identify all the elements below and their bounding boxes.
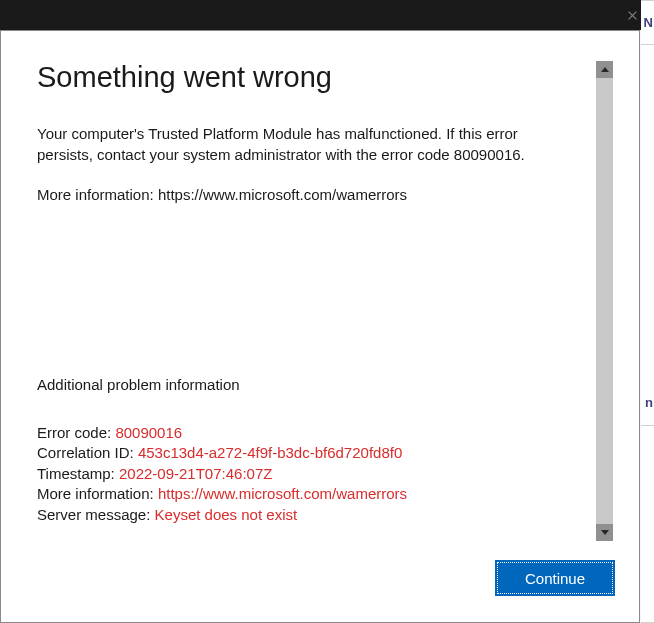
timestamp-label: Timestamp: xyxy=(37,465,119,482)
timestamp-value: 2022-09-21T07:46:07Z xyxy=(119,465,272,482)
scroll-down-button[interactable] xyxy=(596,524,613,541)
bg-divider xyxy=(641,425,654,426)
more-info-link[interactable]: https://www.microsoft.com/wamerrors xyxy=(158,485,407,502)
background-window-edge: N n xyxy=(641,0,654,623)
server-message-value: Keyset does not exist xyxy=(155,506,298,523)
continue-button[interactable]: Continue xyxy=(497,562,613,594)
server-message-label: Server message: xyxy=(37,506,155,523)
chevron-down-icon xyxy=(601,530,609,535)
error-code-value: 80090016 xyxy=(115,424,182,441)
error-dialog: Something went wrong Your computer's Tru… xyxy=(0,30,640,623)
scrollbar[interactable] xyxy=(596,61,613,541)
bg-text-fragment: N xyxy=(644,15,653,30)
bg-text-fragment: n xyxy=(645,395,653,410)
dialog-heading: Something went wrong xyxy=(37,61,577,94)
correlation-id-value: 453c13d4-a272-4f9f-b3dc-bf6d720fd8f0 xyxy=(138,444,402,461)
dialog-content: Something went wrong Your computer's Tru… xyxy=(37,61,577,547)
title-bar xyxy=(0,0,654,30)
error-code-label: Error code: xyxy=(37,424,115,441)
additional-info-heading: Additional problem information xyxy=(37,376,577,393)
scroll-up-button[interactable] xyxy=(596,61,613,78)
error-code-row: Error code: 80090016 xyxy=(37,423,577,443)
error-description: Your computer's Trusted Platform Module … xyxy=(37,124,577,165)
correlation-id-row: Correlation ID: 453c13d4-a272-4f9f-b3dc-… xyxy=(37,443,577,463)
timestamp-row: Timestamp: 2022-09-21T07:46:07Z xyxy=(37,464,577,484)
close-icon[interactable] xyxy=(627,10,638,21)
more-info-label: More information: xyxy=(37,485,158,502)
chevron-up-icon xyxy=(601,67,609,72)
more-info-row: More information: https://www.microsoft.… xyxy=(37,484,577,504)
bg-divider xyxy=(641,44,654,45)
correlation-id-label: Correlation ID: xyxy=(37,444,138,461)
more-information-text: More information: https://www.microsoft.… xyxy=(37,185,577,206)
server-message-row: Server message: Keyset does not exist xyxy=(37,505,577,525)
